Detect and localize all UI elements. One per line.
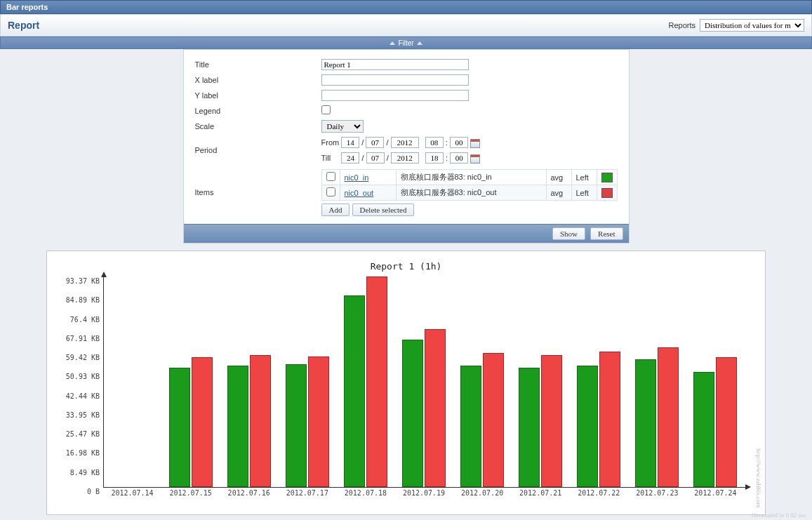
reports-label: Reports xyxy=(668,21,695,29)
y-tick-label: 76.4 KB xyxy=(60,315,100,323)
filter-footer: Show Reset xyxy=(184,224,629,243)
filter-period-label: Period xyxy=(195,146,218,154)
reports-select[interactable]: Distribution of values for m xyxy=(700,19,804,32)
x-tick-label: 2012.07.14 xyxy=(101,489,164,497)
filter-xlabel-input[interactable] xyxy=(321,74,469,86)
bar-nic0_out xyxy=(599,352,620,487)
y-tick-label: 33.95 KB xyxy=(60,411,100,418)
bar-nic0_in xyxy=(402,340,423,487)
filter-xlabel-label: X label xyxy=(195,76,219,84)
bar-nic0_out xyxy=(425,329,446,487)
from-month-input[interactable] xyxy=(366,137,384,148)
from-label: From xyxy=(321,138,340,147)
x-tick-label: 2012.07.24 xyxy=(684,489,747,497)
chart-title: Report 1 (1h) xyxy=(60,261,752,272)
bar-nic0_out xyxy=(483,353,504,487)
till-day-input[interactable] xyxy=(341,152,359,164)
x-tick-label: 2012.07.18 xyxy=(334,489,397,497)
calendar-icon[interactable] xyxy=(470,154,480,164)
watermark-text: http://www.zabbix.com xyxy=(755,448,762,507)
filter-ylabel-input[interactable] xyxy=(321,90,469,101)
x-tick-label: 2012.07.21 xyxy=(509,489,572,497)
filter-scale-select[interactable]: Daily xyxy=(321,120,364,133)
bar-group xyxy=(693,357,737,487)
till-month-input[interactable] xyxy=(366,152,385,164)
item-func: avg xyxy=(546,170,571,185)
item-checkbox[interactable] xyxy=(326,172,335,181)
items-table: nic0_in 彻底核口服务器83: nic0_in avg Left nic0… xyxy=(321,169,618,201)
filter-scale-label: Scale xyxy=(195,122,215,131)
item-func: avg xyxy=(546,185,571,201)
bar-group xyxy=(169,357,213,487)
delete-selected-button[interactable]: Delete selected xyxy=(352,204,415,216)
bar-nic0_in xyxy=(519,368,540,487)
till-hour-input[interactable] xyxy=(425,152,444,164)
bar-nic0_out xyxy=(192,357,213,487)
bar-nic0_in xyxy=(344,295,365,487)
bar-nic0_in xyxy=(577,366,598,488)
filter-title-label: Title xyxy=(195,60,209,69)
filter-legend-label: Legend xyxy=(195,107,221,115)
bar-nic0_in xyxy=(227,366,248,488)
from-day-input[interactable] xyxy=(341,137,359,148)
item-checkbox[interactable] xyxy=(326,187,335,196)
item-link[interactable]: nic0_in xyxy=(345,173,369,182)
calendar-icon[interactable] xyxy=(470,139,480,148)
filter-legend-checkbox[interactable] xyxy=(321,105,331,114)
title-bar: Bar reports xyxy=(0,0,812,14)
y-tick-label: 50.93 KB xyxy=(60,373,100,380)
y-tick-label: 16.98 KB xyxy=(60,449,100,457)
header-bar: Report Reports Distribution of values fo… xyxy=(0,14,812,36)
y-tick-label: 59.42 KB xyxy=(60,354,100,361)
y-tick-label: 93.37 KB xyxy=(60,277,100,285)
bar-nic0_in xyxy=(635,359,656,487)
y-tick-label: 25.47 KB xyxy=(60,430,100,438)
y-tick-label: 8.49 KB xyxy=(60,468,100,476)
header-right: Reports Distribution of values for m xyxy=(668,19,804,32)
page-title: Report xyxy=(8,20,39,31)
filter-title-input[interactable] xyxy=(321,59,469,70)
title-bar-text: Bar reports xyxy=(6,3,48,11)
from-year-input[interactable] xyxy=(391,137,419,148)
item-link[interactable]: nic0_out xyxy=(345,189,374,197)
period-till-row: Till / / : xyxy=(319,150,620,166)
collapse-icon xyxy=(390,41,395,45)
filter-header[interactable]: Filter xyxy=(0,36,812,49)
x-tick-label: 2012.07.20 xyxy=(451,489,514,497)
y-tick-label: 84.89 KB xyxy=(60,296,100,304)
bar-nic0_out xyxy=(541,355,562,487)
collapse-icon xyxy=(417,41,422,45)
chart-panel: Report 1 (1h) 0 B8.49 KB16.98 KB25.47 KB… xyxy=(46,251,766,515)
bar-group xyxy=(577,352,620,487)
filter-header-label: Filter xyxy=(398,39,413,47)
bar-nic0_out xyxy=(366,276,387,487)
y-axis-arrow-icon xyxy=(101,272,107,277)
item-host: 彻底核口服务器83: nic0_in xyxy=(396,170,546,185)
bar-nic0_out xyxy=(308,356,329,487)
till-minute-input[interactable] xyxy=(450,152,468,164)
till-year-input[interactable] xyxy=(391,152,419,164)
chart-plot-area: 0 B8.49 KB16.98 KB25.47 KB33.95 KB42.44 … xyxy=(103,277,745,488)
from-hour-input[interactable] xyxy=(425,137,444,148)
item-axis: Left xyxy=(571,185,597,201)
bar-nic0_in xyxy=(460,366,481,488)
filter-items-label: Items xyxy=(195,188,214,196)
period-from-row: From / / : xyxy=(319,135,620,150)
bar-group xyxy=(344,276,387,487)
item-host: 彻底核口服务器83: nic0_out xyxy=(396,185,546,201)
y-tick-label: 0 B xyxy=(60,488,100,495)
show-button[interactable]: Show xyxy=(552,227,585,240)
bar-group xyxy=(286,356,329,487)
add-button[interactable]: Add xyxy=(321,204,350,216)
bar-group xyxy=(635,347,679,487)
filter-panel: Title X label Y label Legend Scale Daily xyxy=(183,49,630,244)
bar-nic0_out xyxy=(658,347,679,487)
from-minute-input[interactable] xyxy=(450,137,468,148)
x-tick-label: 2012.07.17 xyxy=(276,489,339,497)
reset-button[interactable]: Reset xyxy=(590,227,623,240)
x-tick-label: 2012.07.22 xyxy=(567,489,630,497)
bar-group xyxy=(519,355,562,487)
bar-group xyxy=(402,329,446,487)
table-row: nic0_in 彻底核口服务器83: nic0_in avg Left xyxy=(321,170,617,185)
bar-nic0_in xyxy=(169,368,190,487)
